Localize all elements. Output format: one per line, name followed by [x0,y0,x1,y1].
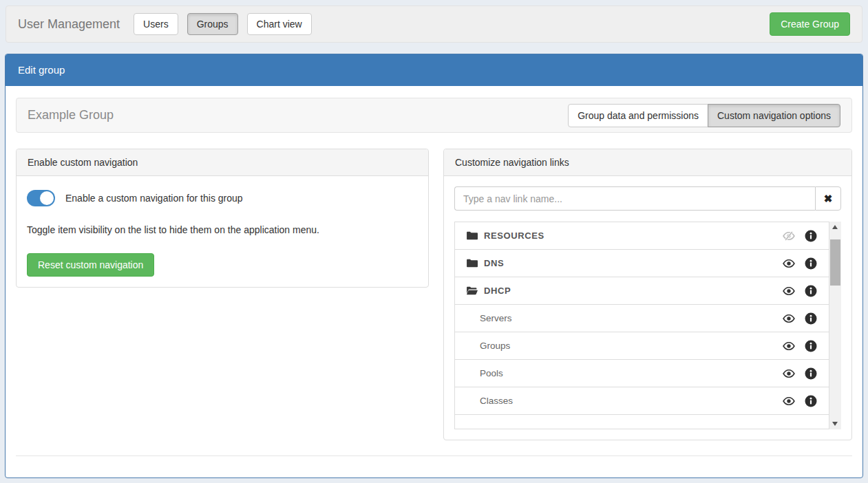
info-icon[interactable] [805,340,817,352]
row-actions [783,230,817,242]
row-actions [783,285,817,297]
nav-link-search-input[interactable] [454,186,815,211]
nav-item-label: DHCP [484,286,511,296]
nav-button-chart-view[interactable]: Chart view [247,13,312,35]
nav-item-label: Pools [480,368,503,378]
row-actions [783,312,817,325]
panel-heading: Edit group [6,54,862,86]
eye-slash-icon[interactable] [783,230,795,242]
tab-group-data-permissions[interactable]: Group data and permissions [568,104,708,127]
nav-list-item[interactable]: RESOURCES [454,222,829,250]
nav-list-item[interactable]: DHCP [454,277,829,305]
nav-item-label: Classes [480,396,513,406]
nav-list-item[interactable]: DNS [454,249,829,277]
row-actions [783,367,817,380]
scroll-up-button[interactable] [829,222,841,233]
folder-icon [466,230,478,242]
enable-custom-navigation-card: Enable custom navigation Enable a custom… [16,149,429,288]
folder-icon [466,257,478,269]
nav-list-item[interactable]: Groups [454,332,829,360]
bottom-divider [16,455,852,456]
group-header-well: Example Group Group data and permissions… [16,98,852,133]
info-icon[interactable] [805,257,817,270]
nav-links-list: RESOURCESDNSDHCPServersGroupsPoolsClasse… [454,222,829,429]
clear-search-button[interactable]: ✖ [815,186,841,211]
nav-list-item[interactable]: Classes [454,387,829,415]
tab-custom-navigation-options[interactable]: Custom navigation options [708,104,840,127]
nav-button-groups[interactable]: Groups [187,13,238,35]
edit-tabs: Group data and permissions Custom naviga… [568,104,840,127]
eye-icon[interactable] [783,395,795,407]
folder-open-icon [466,285,478,297]
scrollbar-thumb[interactable] [830,239,840,286]
eye-icon[interactable] [783,367,795,380]
eye-icon[interactable] [783,340,795,352]
reset-custom-navigation-button[interactable]: Reset custom navigation [27,253,154,277]
nav-list-item[interactable]: Servers [454,304,829,332]
info-icon[interactable] [805,285,817,297]
nav-link-search-group: ✖ [454,186,841,211]
nav-list-item[interactable]: Pools [454,359,829,387]
nav-item-label: Servers [480,313,512,323]
row-actions [783,257,817,270]
toggle-label: Enable a custom navigation for this grou… [65,193,243,204]
scroll-down-button[interactable] [829,418,841,429]
nav-item-label: Groups [480,341,510,351]
toggle-knob [40,191,54,205]
eye-icon[interactable] [783,312,795,325]
row-actions [783,340,817,352]
row-actions [783,395,817,407]
help-text: Toggle item visibility on the list to hi… [27,224,418,235]
info-icon[interactable] [805,395,817,407]
info-icon[interactable] [805,367,817,380]
nav-button-users[interactable]: Users [134,13,178,35]
enable-navigation-toggle[interactable] [27,190,55,206]
info-icon[interactable] [805,230,817,242]
edit-group-panel: Edit group Example Group Group data and … [5,54,863,478]
customize-navigation-links-card: Customize navigation links ✖ RESOURCESDN… [443,149,852,440]
nav-item-label: RESOURCES [484,230,544,241]
card-header: Customize navigation links [444,149,851,176]
scrollbar[interactable] [829,222,841,429]
info-icon[interactable] [805,312,817,325]
top-navbar: User Management Users Groups Chart view … [6,6,862,43]
page-title: User Management [18,17,120,32]
eye-icon[interactable] [783,285,795,297]
panel-body: Example Group Group data and permissions… [6,86,862,456]
nav-item-label: DNS [484,258,504,268]
create-group-button[interactable]: Create Group [770,12,850,36]
eye-icon[interactable] [783,257,795,270]
card-header: Enable custom navigation [17,149,428,176]
group-name: Example Group [28,108,114,122]
nav-list-item-partial[interactable] [454,414,829,429]
